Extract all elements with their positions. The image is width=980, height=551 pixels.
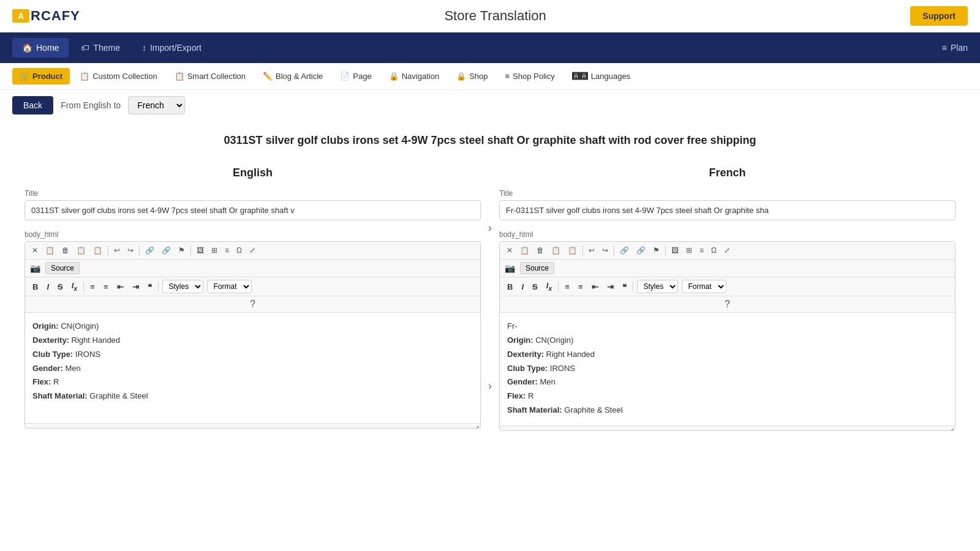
- back-button[interactable]: Back: [12, 96, 53, 114]
- format-select[interactable]: Format: [207, 280, 252, 293]
- toolbar-fullscreen[interactable]: ⤢: [246, 244, 258, 257]
- toolbar-paste2[interactable]: 📋: [74, 244, 89, 257]
- toolbar-image[interactable]: 🖼: [194, 244, 207, 257]
- plan-icon: ≡: [942, 43, 947, 53]
- nav-theme-label: Theme: [93, 43, 120, 53]
- fr-toolbar-hr[interactable]: ≡: [696, 244, 707, 257]
- source-icon: 📷: [30, 263, 40, 273]
- sep3: [190, 246, 191, 255]
- toolbar-cut[interactable]: ✕: [29, 244, 41, 257]
- fr-toolbar-paste[interactable]: 🗑: [533, 244, 547, 257]
- french-editor: ✕ 📋 🗑 📋 📋 ↩ ↪ 🔗 🔗 ⚑ 🖼 ⊞ ≡ Ω: [499, 241, 956, 431]
- french-title-input[interactable]: [499, 200, 956, 220]
- fr-toolbar-image[interactable]: 🖼: [668, 244, 682, 257]
- styles-select[interactable]: Styles: [162, 280, 203, 293]
- fr-toolbar-unlink[interactable]: 🔗: [633, 244, 649, 257]
- toolbar-omega[interactable]: Ω: [233, 244, 245, 257]
- fr-styles-select[interactable]: Styles: [637, 280, 678, 293]
- sub-nav: 🛒 Product 📋 Custom Collection 📋 Smart Co…: [0, 63, 980, 90]
- toolbar-paste[interactable]: 🗑: [59, 244, 72, 257]
- fr-italic-button[interactable]: I: [519, 281, 526, 293]
- fr-outdent-button[interactable]: ⇤: [589, 281, 601, 293]
- english-editor-content[interactable]: Origin: CN(Origin) Dexterity: Right Hand…: [25, 313, 480, 423]
- french-column: French Title body_html ✕ 📋 🗑 📋 📋 ↩ ↪ 🔗 🔗: [499, 167, 956, 431]
- back-row: Back From English to French Spanish Germ…: [0, 90, 980, 121]
- english-header: English: [24, 167, 481, 179]
- fr-toolbar-redo[interactable]: ↪: [599, 244, 611, 257]
- fr-quote-button[interactable]: ❝: [620, 281, 629, 293]
- sub-nav-blog-article[interactable]: ✏️ Blog & Article: [255, 68, 330, 84]
- toolbar-paste3[interactable]: 📋: [90, 244, 105, 257]
- french-format-toolbar: B I S Ix ≡ ≡ ⇤ ⇥ ❝ Styles Format: [500, 277, 955, 296]
- fr-ul-button[interactable]: ≡: [576, 281, 586, 293]
- english-title-input[interactable]: [24, 200, 481, 220]
- french-editor-content[interactable]: Fr- Origin: CN(Origin) Dexterity: Right …: [500, 313, 955, 425]
- body-arrow-icon: ›: [488, 380, 492, 392]
- english-source-button[interactable]: Source: [45, 262, 80, 274]
- toolbar-anchor[interactable]: ⚑: [175, 244, 188, 257]
- fr-toolbar-paste3[interactable]: 📋: [565, 244, 580, 257]
- fr-toolbar-link[interactable]: 🔗: [617, 244, 632, 257]
- support-button[interactable]: Support: [910, 6, 968, 26]
- fr-strike-button[interactable]: S: [530, 281, 540, 293]
- sub-nav-shop[interactable]: 🔒 Shop: [449, 68, 495, 84]
- fr-toolbar-anchor[interactable]: ⚑: [650, 244, 663, 257]
- nav-plan[interactable]: ≡ Plan: [942, 43, 968, 53]
- language-select[interactable]: French Spanish German Italian: [128, 96, 185, 114]
- sub-nav-languages[interactable]: 🅰🅰 Languages: [565, 68, 638, 84]
- fr-toolbar-cut[interactable]: ✕: [503, 244, 516, 257]
- quote-button[interactable]: ❝: [145, 281, 154, 293]
- nav-item-theme[interactable]: 🏷 Theme: [71, 38, 130, 58]
- toolbar-hr[interactable]: ≡: [222, 244, 232, 257]
- english-body-section: body_html ✕ 📋 🗑 📋 📋 ↩ ↪ 🔗 🔗 ⚑ 🖼: [24, 230, 481, 429]
- sub-nav-smart-collection[interactable]: 📋 Smart Collection: [167, 68, 253, 84]
- from-to-label: From English to: [61, 100, 121, 110]
- sub-nav-shop-policy[interactable]: ≡ Shop Policy: [498, 68, 562, 84]
- fr-fmt-sep1: [558, 282, 559, 291]
- body-transfer-arrow: ›: [488, 380, 492, 392]
- toolbar-table[interactable]: ⊞: [208, 244, 221, 257]
- sub-nav-navigation[interactable]: 🔒 Navigation: [382, 68, 447, 84]
- toolbar-link[interactable]: 🔗: [142, 244, 157, 257]
- blog-article-icon: ✏️: [263, 72, 273, 81]
- header: A RCAFY Store Translation Support: [0, 0, 980, 32]
- strike-button[interactable]: S: [55, 281, 66, 293]
- sub-nav-navigation-label: Navigation: [402, 72, 439, 81]
- french-resize-handle[interactable]: ◢: [500, 425, 955, 430]
- fmt-sep1: [83, 282, 84, 291]
- sub-nav-custom-label: Custom Collection: [92, 72, 157, 81]
- theme-icon: 🏷: [81, 43, 89, 53]
- fr-ol-button[interactable]: ≡: [562, 281, 572, 293]
- sep2: [139, 246, 140, 255]
- fr-toolbar-copy[interactable]: 📋: [517, 244, 532, 257]
- bold-button[interactable]: B: [30, 281, 40, 293]
- indent-button[interactable]: ⇥: [130, 281, 141, 293]
- fr-indent-button[interactable]: ⇥: [605, 281, 616, 293]
- sub-nav-product[interactable]: 🛒 Product: [12, 68, 70, 84]
- nav-item-import-export[interactable]: ↕ Import/Export: [132, 38, 211, 58]
- italic-button[interactable]: I: [44, 281, 51, 293]
- fr-toolbar-omega[interactable]: Ω: [708, 244, 720, 257]
- toolbar-redo[interactable]: ↪: [124, 244, 137, 257]
- fr-toolbar-fullscreen[interactable]: ⤢: [721, 244, 733, 257]
- fr-toolbar-paste2[interactable]: 📋: [548, 244, 564, 257]
- italic2-button[interactable]: Ix: [69, 280, 80, 293]
- french-source-button[interactable]: Source: [520, 262, 554, 274]
- toolbar-copy[interactable]: 📋: [42, 244, 58, 257]
- english-resize-handle[interactable]: ◢: [25, 423, 480, 428]
- ol-button[interactable]: ≡: [88, 281, 97, 293]
- ul-button[interactable]: ≡: [101, 281, 111, 293]
- sub-nav-page[interactable]: 📄 Page: [333, 68, 379, 84]
- nav-item-home[interactable]: 🏠 Home: [12, 38, 69, 58]
- outdent-button[interactable]: ⇤: [115, 281, 126, 293]
- fr-toolbar-undo[interactable]: ↩: [586, 244, 598, 257]
- fr-bold-button[interactable]: B: [505, 281, 515, 293]
- fr-italic2-button[interactable]: Ix: [544, 280, 555, 293]
- toolbar-undo[interactable]: ↩: [111, 244, 123, 257]
- toolbar-unlink[interactable]: 🔗: [159, 244, 174, 257]
- french-title-label: Title: [499, 189, 956, 198]
- sub-nav-custom-collection[interactable]: 📋 Custom Collection: [72, 68, 165, 84]
- fr-format-select[interactable]: Format: [682, 280, 726, 293]
- fr-help-icon: ?: [725, 299, 730, 309]
- fr-toolbar-table[interactable]: ⊞: [683, 244, 695, 257]
